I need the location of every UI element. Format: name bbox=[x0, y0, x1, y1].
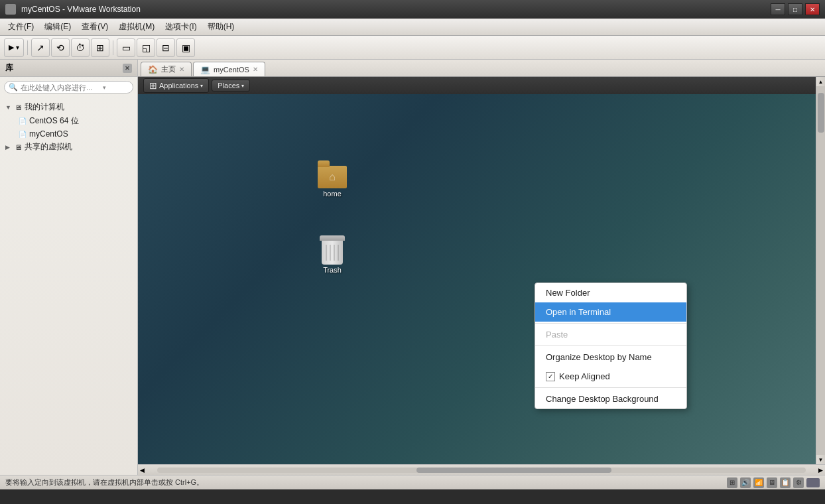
tab-home[interactable]: 🏠 主页 ✕ bbox=[141, 62, 192, 76]
ctx-open-terminal[interactable]: Open in Terminal bbox=[535, 302, 686, 322]
toolbar-view3-btn[interactable]: ⊟ bbox=[157, 38, 175, 57]
desktop[interactable]: ⊞ Applications ▾ Places ▾ ⌂ bbox=[138, 77, 816, 464]
tree-item-centos[interactable]: 📄 CentOS 64 位 bbox=[0, 114, 137, 128]
menu-vm[interactable]: 虚拟机(M) bbox=[113, 20, 160, 34]
toolbar-view2-btn[interactable]: ◱ bbox=[137, 38, 155, 57]
search-input[interactable] bbox=[21, 84, 100, 92]
toolbar-fullscreen-btn[interactable]: ▣ bbox=[176, 38, 195, 57]
menu-bar: 文件(F) 编辑(E) 查看(V) 虚拟机(M) 选项卡(I) 帮助(H) bbox=[0, 19, 825, 36]
menu-file[interactable]: 文件(F) bbox=[3, 20, 39, 34]
scroll-thumb[interactable] bbox=[818, 93, 824, 133]
applications-icon: ⊞ bbox=[149, 80, 157, 91]
status-icon-5[interactable]: 📋 bbox=[780, 477, 791, 488]
places-label: Places bbox=[218, 82, 239, 90]
keep-aligned-checkbox[interactable]: ✓ bbox=[546, 372, 555, 381]
ctx-separator-3 bbox=[535, 387, 686, 388]
sidebar-header: 库 ✕ bbox=[0, 60, 137, 77]
mycentos-tab-icon: 💻 bbox=[200, 65, 210, 74]
toolbar-play-btn[interactable]: ▶ ▾ bbox=[4, 38, 24, 57]
vm-icon-mycentos: 📄 bbox=[19, 131, 27, 138]
ctx-paste: Paste bbox=[535, 325, 686, 344]
scroll-down-arrow[interactable]: ▼ bbox=[816, 455, 825, 464]
sidebar-close-button[interactable]: ✕ bbox=[123, 64, 132, 73]
status-icon-4[interactable]: 🖥 bbox=[767, 477, 777, 488]
bottom-scrollbar[interactable]: ◀ ▶ bbox=[138, 464, 825, 475]
app-icon bbox=[5, 4, 16, 15]
ctx-open-terminal-label: Open in Terminal bbox=[546, 307, 611, 317]
trash-line-1 bbox=[326, 245, 327, 261]
trash-body bbox=[322, 241, 343, 265]
tree-label-centos: CentOS 64 位 bbox=[29, 115, 79, 127]
sidebar-tree: ▼ 🖥 我的计算机 📄 CentOS 64 位 📄 myCentOS ▶ 🖥 共… bbox=[0, 97, 137, 475]
trash-icon-label: Trash bbox=[323, 266, 342, 274]
desktop-toolbar: ⊞ Applications ▾ Places ▾ bbox=[138, 77, 816, 94]
desktop-icon-trash[interactable]: Trash bbox=[309, 233, 355, 277]
close-button[interactable]: ✕ bbox=[805, 3, 820, 15]
tab-mycentos-label: myCentOS bbox=[214, 66, 249, 74]
places-menu-btn[interactable]: Places ▾ bbox=[212, 80, 250, 92]
trash-icon bbox=[319, 235, 346, 265]
applications-arrow: ▾ bbox=[200, 83, 203, 89]
ctx-new-folder[interactable]: New Folder bbox=[535, 283, 686, 302]
main-toolbar: ▶ ▾ ↗ ⟲ ⏱ ⊞ ▭ ◱ ⊟ ▣ bbox=[0, 36, 825, 60]
tree-item-mycomputer[interactable]: ▼ 🖥 我的计算机 bbox=[0, 100, 137, 114]
applications-menu-btn[interactable]: ⊞ Applications ▾ bbox=[143, 78, 209, 93]
ctx-change-background[interactable]: Change Desktop Background bbox=[535, 389, 686, 409]
toolbar-view1-btn[interactable]: ▭ bbox=[117, 38, 135, 57]
ctx-separator-2 bbox=[535, 346, 686, 346]
tab-home-close[interactable]: ✕ bbox=[179, 66, 184, 73]
tabs-bar: 🏠 主页 ✕ 💻 myCentOS ✕ bbox=[138, 60, 825, 77]
maximize-button[interactable]: □ bbox=[788, 3, 802, 15]
minimize-button[interactable]: ─ bbox=[771, 3, 785, 15]
status-right-icons: ⊞ 🔊 📶 🖥 📋 ⚙ bbox=[727, 477, 820, 488]
scroll-right-arrow[interactable]: ▶ bbox=[816, 467, 825, 473]
trash-lid bbox=[320, 235, 345, 241]
right-scrollbar[interactable]: ▲ ▼ bbox=[816, 77, 825, 464]
toolbar-grid-btn[interactable]: ⊞ bbox=[91, 38, 109, 57]
desktop-container: ⊞ Applications ▾ Places ▾ ⌂ bbox=[138, 77, 825, 464]
status-icon-2[interactable]: 🔊 bbox=[740, 477, 751, 488]
context-menu: New Folder Open in Terminal Paste Organi… bbox=[535, 283, 687, 409]
tab-mycentos[interactable]: 💻 myCentOS ✕ bbox=[193, 62, 265, 76]
status-icon-6[interactable]: ⚙ bbox=[793, 477, 804, 488]
trash-line-2 bbox=[330, 245, 331, 261]
tree-label-mycomputer: 我的计算机 bbox=[25, 101, 64, 113]
ctx-organize-desktop[interactable]: Organize Desktop by Name bbox=[535, 347, 686, 367]
ctx-separator-1 bbox=[535, 323, 686, 324]
scroll-up-arrow[interactable]: ▲ bbox=[816, 77, 825, 86]
status-bar: 要将输入定向到该虚拟机，请在虚拟机内部单击或按 Ctrl+G。 ⊞ 🔊 📶 🖥 … bbox=[0, 475, 825, 489]
folder-icon: ⌂ bbox=[318, 166, 347, 188]
ctx-organize-label: Organize Desktop by Name bbox=[546, 352, 652, 362]
sidebar-search-box[interactable]: 🔍 ▾ bbox=[4, 81, 133, 94]
tree-expand-icon: ▼ bbox=[5, 104, 12, 111]
tree-item-mycentos[interactable]: 📄 myCentOS bbox=[0, 128, 137, 140]
status-icon-1[interactable]: ⊞ bbox=[727, 477, 737, 488]
scroll-left-arrow[interactable]: ◀ bbox=[138, 467, 147, 473]
ctx-keep-aligned[interactable]: ✓ Keep Aligned bbox=[535, 367, 686, 386]
tree-label-mycentos: myCentOS bbox=[29, 129, 68, 139]
ctx-change-bg-label: Change Desktop Background bbox=[546, 394, 659, 404]
desktop-icon-home[interactable]: ⌂ home bbox=[309, 163, 355, 200]
status-text: 要将输入定向到该虚拟机，请在虚拟机内部单击或按 Ctrl+G。 bbox=[5, 477, 204, 487]
tab-mycentos-close[interactable]: ✕ bbox=[253, 66, 258, 73]
status-icon-3[interactable]: 📶 bbox=[753, 477, 764, 488]
menu-tabs[interactable]: 选项卡(I) bbox=[160, 20, 202, 34]
home-tab-icon: 🏠 bbox=[148, 65, 158, 74]
status-vm-indicator bbox=[806, 478, 820, 487]
shared-icon: 🖥 bbox=[15, 143, 22, 151]
tab-home-label: 主页 bbox=[161, 64, 176, 74]
menu-help[interactable]: 帮助(H) bbox=[202, 20, 240, 34]
play-icon: ▶ bbox=[9, 43, 14, 52]
toolbar-separator-2 bbox=[113, 40, 113, 55]
tree-item-shared[interactable]: ▶ 🖥 共享的虚拟机 bbox=[0, 140, 137, 154]
toolbar-refresh-btn[interactable]: ⟲ bbox=[51, 38, 70, 57]
sidebar: 库 ✕ 🔍 ▾ ▼ 🖥 我的计算机 📄 CentOS 64 位 📄 myCent… bbox=[0, 60, 138, 475]
h-scroll-thumb[interactable] bbox=[416, 468, 611, 473]
menu-edit[interactable]: 编辑(E) bbox=[39, 20, 76, 34]
menu-view[interactable]: 查看(V) bbox=[76, 20, 113, 34]
window-controls[interactable]: ─ □ ✕ bbox=[771, 3, 820, 15]
toolbar-time-btn[interactable]: ⏱ bbox=[71, 38, 90, 57]
computer-icon: 🖥 bbox=[15, 103, 22, 111]
search-dropdown-arrow[interactable]: ▾ bbox=[103, 84, 106, 91]
toolbar-send-btn[interactable]: ↗ bbox=[31, 38, 50, 57]
